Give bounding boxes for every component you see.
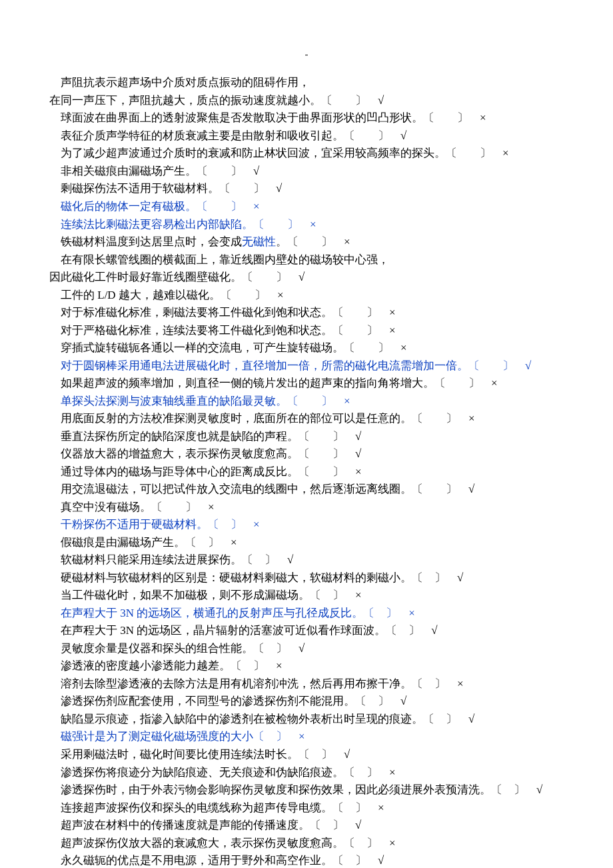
question-line: 穿插式旋转磁轭各通以一样的交流电，可产生旋转磁场。〔 〕 × <box>49 339 564 357</box>
question-line: 在声程大于 3N 的远场区，横通孔的反射声压与孔径成反比。〔 〕 × <box>49 605 564 623</box>
document-page: - 声阻抗表示超声场中介质对质点振动的阻碍作用，在同一声压下，声阻抗越大，质点的… <box>0 0 613 868</box>
question-line: 工件的 L/D 越大，越难以磁化。〔 〕 × <box>49 287 564 305</box>
question-line: 真空中没有磁场。〔 〕 × <box>49 499 564 517</box>
text-prefix: 铁磁材料温度到达居里点时，会变成 <box>61 235 242 248</box>
question-line: 球面波在曲界面上的透射波聚焦是否发散取决于曲界面形状的凹凸形状。〔 〕 × <box>49 109 564 127</box>
question-line: 当工件磁化时，如果不加磁极，则不形成漏磁场。〔 〕 × <box>49 587 564 605</box>
question-line: 超声波探伤仪放大器的衰减愈大，表示探伤灵敏度愈高。〔 〕 × <box>49 835 564 853</box>
question-line: 为了减少超声波通过介质时的衰减和防止林状回波，宜采用较高频率的探头。〔 〕 × <box>49 145 564 163</box>
question-line: 缺陷显示痕迹，指渗入缺陷中的渗透剂在被检物外表析出时呈现的痕迹。〔 〕 √ <box>49 711 564 729</box>
question-line: 用底面反射的方法校准探测灵敏度时，底面所在的部位可以是任意的。〔 〕 × <box>49 410 564 428</box>
question-line: 对于严格磁化标准，连续法要将工件磁化到饱和状态。〔 〕 × <box>49 322 564 340</box>
question-line: 对于圆钢棒采用通电法进展磁化时，直径增加一倍，所需的磁化电流需增加一倍。〔 〕 … <box>49 357 564 375</box>
question-line: 在有限长螺管线圈的横截面上，靠近线圈内壁处的磁场较中心强， <box>49 251 564 269</box>
question-line: 仪器放大器的增益愈大，表示探伤灵敏度愈高。〔 〕 √ <box>49 445 564 463</box>
question-line: 因此磁化工件时最好靠近线圈壁磁化。〔 〕 √ <box>49 269 564 287</box>
question-line: 连接超声波探伤仪和探头的电缆线称为超声传导电缆。〔 〕 × <box>49 799 564 817</box>
question-line: 垂直法探伤所定的缺陷深度也就是缺陷的声程。〔 〕 √ <box>49 428 564 446</box>
question-line: 剩磁探伤法不适用于软磁材料。〔 〕 √ <box>49 180 564 198</box>
page-top-mark: - <box>49 47 564 62</box>
question-line: 声阻抗表示超声场中介质对质点振动的阻碍作用， <box>49 74 564 92</box>
question-line: 铁磁材料温度到达居里点时，会变成无磁性。〔 〕 × <box>49 233 564 251</box>
question-line: 灵敏度余量是仪器和探头的组合性能。〔 〕 √ <box>49 640 564 658</box>
question-line: 通过导体内的磁场与距导体中心的距离成反比。〔 〕 × <box>49 463 564 481</box>
question-line: 假磁痕是由漏磁场产生。〔 〕 × <box>49 534 564 552</box>
question-line: 磁化后的物体一定有磁极。〔 〕 × <box>49 198 564 216</box>
question-list: 声阻抗表示超声场中介质对质点振动的阻碍作用，在同一声压下，声阻抗越大，质点的振动… <box>49 74 564 868</box>
question-line: 渗透探伤将痕迹分为缺陷痕迹、无关痕迹和伪缺陷痕迹。〔 〕 × <box>49 764 564 782</box>
question-line: 永久磁轭的优点是不用电源，适用于野外和高空作业。〔 〕 √ <box>49 852 564 868</box>
question-line: 对于标准磁化标准，剩磁法要将工件磁化到饱和状态。〔 〕 × <box>49 304 564 322</box>
question-line: 硬磁材料与软磁材料的区别是：硬磁材料剩磁大，软磁材料的剩磁小。〔 〕 √ <box>49 569 564 587</box>
question-line: 采用剩磁法时，磁化时间要比使用连续法时长。〔 〕 √ <box>49 746 564 764</box>
question-line: 渗透液的密度越小渗透能力越差。〔 〕 × <box>49 657 564 675</box>
question-line: 渗透探伤剂应配套使用，不同型号的渗透探伤剂不能混用。〔 〕 √ <box>49 693 564 711</box>
question-line: 表征介质声学特征的材质衰减主要是由散射和吸收引起。〔 〕 √ <box>49 127 564 145</box>
question-line: 连续法比剩磁法更容易检出内部缺陷。〔 〕 × <box>49 216 564 234</box>
question-line: 用交流退磁法，可以把试件放入交流电的线圈中，然后逐渐远离线圈。〔 〕 √ <box>49 481 564 499</box>
question-line: 溶剂去除型渗透液的去除方法是用有机溶剂冲洗，然后再用布擦干净。〔 〕 × <box>49 675 564 693</box>
question-line: 磁强计是为了测定磁化磁场强度的大小〔 〕 × <box>49 728 564 746</box>
text-highlight: 无磁性 <box>242 235 276 248</box>
question-line: 超声波在材料中的传播速度就是声能的传播速度。〔 〕 √ <box>49 817 564 835</box>
question-line: 在同一声压下，声阻抗越大，质点的振动速度就越小。〔 〕 √ <box>49 92 564 110</box>
question-line: 单探头法探测与波束轴线垂直的缺陷最灵敏。〔 〕 × <box>49 393 564 411</box>
question-line: 非相关磁痕由漏磁场产生。〔 〕 √ <box>49 163 564 181</box>
question-line: 干粉探伤不适用于硬磁材料。〔 〕 × <box>49 516 564 534</box>
question-line: 在声程大于 3N 的远场区，晶片辐射的活塞波可近似看作球面波。〔 〕 √ <box>49 622 564 640</box>
question-line: 软磁材料只能采用连续法进展探伤。〔 〕 √ <box>49 551 564 569</box>
text-suffix: 。〔 〕 × <box>276 235 350 248</box>
question-line: 渗透探伤时，由于外表污物会影响探伤灵敏度和探伤效果，因此必须进展外表预清洗。〔 … <box>49 781 564 799</box>
question-line: 如果超声波的频率增加，则直径一侧的镜片发出的超声束的指向角将增大。〔 〕 × <box>49 375 564 393</box>
